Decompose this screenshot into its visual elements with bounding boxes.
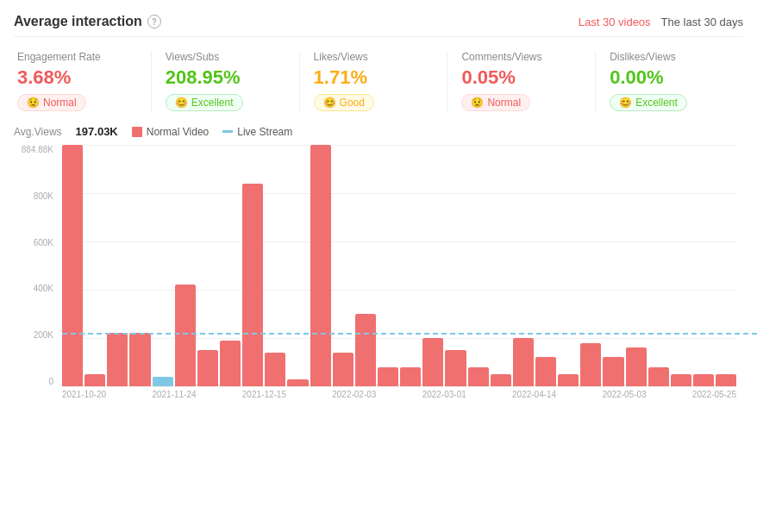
bar-2 — [107, 333, 128, 386]
bar-6 — [197, 350, 218, 386]
bar-group-12 — [333, 145, 353, 386]
bar-26 — [648, 367, 669, 386]
metric-label: Views/Subs — [166, 51, 285, 63]
bar-group-25 — [626, 145, 647, 386]
info-icon[interactable]: ? — [147, 15, 161, 28]
bar-9 — [265, 353, 285, 386]
x-label-7: 2022-05-25 — [692, 390, 736, 399]
metric-value: 1.71% — [314, 66, 434, 89]
metric-label: Likes/Views — [314, 51, 434, 63]
bar-group-21 — [535, 145, 556, 386]
bar-7 — [220, 341, 241, 386]
filter-last-30-days[interactable]: The last 30 days — [661, 16, 743, 28]
bar-18 — [468, 367, 489, 386]
bar-29 — [716, 374, 736, 386]
badge-face: 😟 — [471, 97, 484, 109]
filter-buttons: Last 30 videos The last 30 days — [579, 16, 743, 28]
average-interaction-widget: Average interaction ? Last 30 videos The… — [0, 0, 757, 532]
bar-22 — [558, 374, 579, 386]
y-label-4: 200K — [34, 330, 53, 340]
badge-text: Excellent — [635, 97, 678, 109]
bar-group-22 — [558, 145, 579, 386]
bar-4 — [153, 377, 173, 386]
bar-group-8 — [242, 145, 263, 386]
metric-item-4: Dislikes/Views 0.00% 😊 Excellent — [596, 51, 743, 111]
header-divider — [14, 36, 743, 37]
metric-label: Engagement Rate — [17, 51, 137, 63]
bar-23 — [580, 343, 601, 386]
metric-item-3: Comments/Views 0.05% 😟 Normal — [447, 51, 596, 111]
y-axis: 884.88K800K600K400K200K0 — [14, 145, 59, 386]
bar-group-29 — [716, 145, 736, 386]
metric-value: 208.95% — [166, 66, 285, 89]
badge-text: Normal — [487, 97, 521, 109]
bar-12 — [333, 353, 353, 386]
metric-label: Dislikes/Views — [610, 51, 729, 63]
title-text: Average interaction — [14, 14, 142, 29]
x-label-4: 2022-03-01 — [422, 390, 466, 399]
metric-badge: 😊 Good — [314, 94, 374, 111]
bars-container — [62, 145, 736, 386]
metric-badge: 😟 Normal — [17, 94, 86, 111]
bar-25 — [626, 347, 647, 386]
legend-normal-label: Normal Video — [147, 126, 209, 138]
bar-17 — [445, 350, 466, 386]
y-label-5: 0 — [48, 377, 53, 386]
bar-group-6 — [197, 145, 218, 386]
bar-group-10 — [287, 145, 308, 386]
bar-group-18 — [468, 145, 489, 386]
legend-live-stream: Live Stream — [222, 126, 292, 138]
metric-badge: 😟 Normal — [461, 94, 530, 111]
bar-10 — [287, 379, 308, 386]
bar-group-20 — [513, 145, 534, 386]
bar-group-9 — [265, 145, 285, 386]
x-label-6: 2022-05-03 — [602, 390, 646, 399]
bar-8 — [242, 184, 263, 386]
x-label-1: 2021-11-24 — [152, 390, 196, 399]
metric-item-1: Views/Subs 208.95% 😊 Excellent — [152, 51, 300, 111]
metric-item-0: Engagement Rate 3.68% 😟 Normal — [14, 51, 152, 111]
metric-value: 3.68% — [17, 66, 137, 89]
widget-header: Average interaction ? Last 30 videos The… — [14, 14, 743, 29]
bar-group-0 — [62, 145, 83, 386]
badge-face: 😟 — [27, 97, 40, 109]
badge-face: 😊 — [323, 97, 336, 109]
metric-value: 0.05% — [461, 66, 581, 89]
metric-item-2: Likes/Views 1.71% 😊 Good — [300, 51, 448, 111]
bar-24 — [603, 357, 623, 386]
x-label-2: 2021-12-15 — [242, 390, 286, 399]
metric-value: 0.00% — [610, 66, 729, 89]
badge-text: Excellent — [191, 97, 234, 109]
chart-legend: Avg.Views 197.03K Normal Video Live Stre… — [14, 125, 743, 138]
chart-section: Avg.Views 197.03K Normal Video Live Stre… — [14, 125, 743, 421]
live-stream-dot — [222, 130, 233, 133]
normal-video-dot — [132, 127, 142, 137]
avg-views-value: 197.03K — [76, 125, 118, 138]
bar-0 — [62, 145, 83, 386]
bar-group-2 — [107, 145, 128, 386]
bar-16 — [422, 338, 443, 386]
bar-15 — [400, 367, 421, 386]
y-label-1: 800K — [34, 191, 53, 201]
legend-stream-label: Live Stream — [237, 126, 292, 138]
chart-wrap: 884.88K800K600K400K200K0 2021-10-202021-… — [14, 145, 743, 421]
bar-group-19 — [491, 145, 511, 386]
bar-group-27 — [671, 145, 691, 386]
y-label-0: 884.88K — [22, 145, 53, 154]
bar-group-4 — [153, 145, 173, 386]
bar-group-14 — [378, 145, 398, 386]
filter-last-30-videos[interactable]: Last 30 videos — [579, 16, 651, 28]
x-label-5: 2022-04-14 — [512, 390, 556, 399]
bar-3 — [129, 333, 150, 386]
bar-group-1 — [84, 145, 105, 386]
bar-group-23 — [580, 145, 601, 386]
bar-1 — [84, 374, 105, 386]
badge-text: Good — [340, 97, 365, 109]
bar-group-26 — [648, 145, 669, 386]
bar-group-11 — [310, 145, 331, 386]
bar-group-3 — [129, 145, 150, 386]
bar-group-24 — [603, 145, 623, 386]
bar-27 — [671, 374, 691, 386]
bar-14 — [378, 367, 398, 386]
x-label-3: 2022-02-03 — [332, 390, 376, 399]
